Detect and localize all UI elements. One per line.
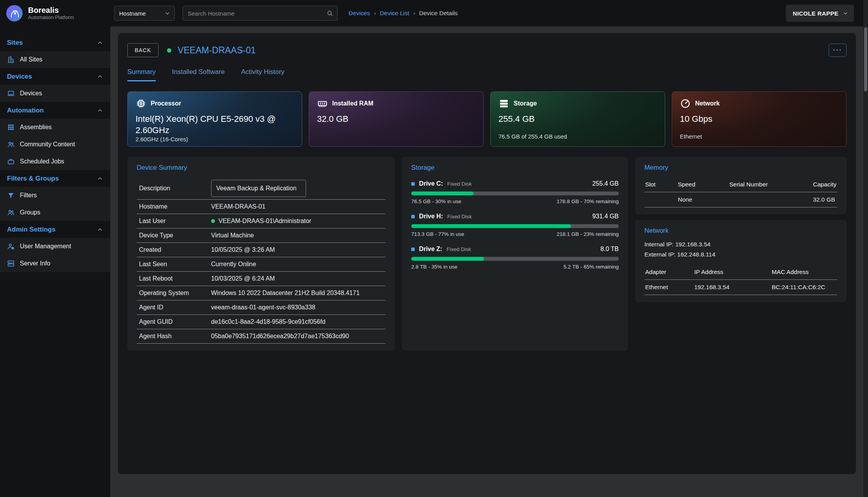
sidebar-section-devices[interactable]: Devices xyxy=(0,68,110,85)
search-input[interactable] xyxy=(188,10,326,17)
drive-usage-bar xyxy=(411,224,619,228)
row-value: veeam-draas-01-agent-svc-8930a338 xyxy=(211,304,315,311)
section-label: Automation xyxy=(7,107,44,114)
breadcrumb-link-device-list[interactable]: Device List xyxy=(380,10,409,17)
sidebar-item-assemblies[interactable]: Assemblies xyxy=(0,119,110,136)
storage-card: Storage Drive C: Fixed Disk 255.4 GB xyxy=(402,157,628,351)
sidebar-item-community-content[interactable]: Community Content xyxy=(0,136,110,153)
drive-bullet-icon xyxy=(411,215,415,218)
drive-bullet-icon xyxy=(411,248,415,251)
row-label: Hostname xyxy=(139,203,211,210)
column-header: Adapter xyxy=(645,269,694,276)
scrollbar-thumb[interactable] xyxy=(864,27,867,91)
sidebar-item-user-management[interactable]: User Management xyxy=(0,238,110,255)
drive-name: Drive Z: xyxy=(419,246,442,253)
drive-remaining-label: 218.1 GB - 23% remaining xyxy=(557,231,619,237)
sidebar-section-sites[interactable]: Sites xyxy=(0,34,110,51)
summary-row-created: Created 10/05/2025 @ 3:26 AM xyxy=(137,243,386,257)
scrollbar[interactable] xyxy=(863,0,868,497)
row-label: Last Seen xyxy=(139,261,211,268)
device-title: VEEAM-DRAAS-01 xyxy=(178,45,256,56)
drive-remaining-label: 178.8 GB - 70% remaining xyxy=(557,198,619,204)
tab-summary[interactable]: Summary xyxy=(127,68,156,81)
more-options-button[interactable]: ··· xyxy=(829,44,847,57)
status-dot xyxy=(167,48,171,53)
tab-activity-history[interactable]: Activity History xyxy=(241,68,284,81)
sidebar-section-filters-groups[interactable]: Filters & Groups xyxy=(0,170,110,187)
row-label: Last Reboot xyxy=(139,275,211,282)
sidebar-section-admin-settings[interactable]: Admin Settings xyxy=(0,221,110,238)
sidebar-section-automation[interactable]: Automation xyxy=(0,102,110,119)
stat-card-network: Network 10 Gbps Ethernet xyxy=(672,91,847,147)
summary-row-hostname: Hostname VEEAM-DRAAS-01 xyxy=(137,200,386,214)
drives-icon xyxy=(498,98,509,109)
sidebar-item-server-info[interactable]: Server Info xyxy=(0,255,110,272)
cpu-icon xyxy=(136,98,146,109)
hostname-select-value: Hostname xyxy=(119,10,146,17)
row-label: Agent GUID xyxy=(139,318,211,325)
row-label: Description xyxy=(139,185,211,192)
sidebar-item-all-sites[interactable]: All Sites xyxy=(0,51,110,68)
network-table: Adapter IP Address MAC Address Ethernet … xyxy=(644,265,837,295)
row-value: VEEAM-DRAAS-01 xyxy=(211,203,266,210)
drive-type: Fixed Disk xyxy=(447,246,471,252)
summary-row-device-type: Device Type Virtual Machine xyxy=(137,228,386,243)
sidebar-item-label: User Management xyxy=(20,243,71,250)
tab-bar: Summary Installed Software Activity Hist… xyxy=(127,68,847,81)
grid-icon xyxy=(7,123,15,131)
row-value: Currently Online xyxy=(211,261,256,268)
drive-bullet-icon xyxy=(411,182,415,186)
drive-usage-fill xyxy=(411,191,474,195)
stat-card-ram: Installed RAM 32.0 GB xyxy=(309,91,484,147)
app-root: Borealis Automation Platform Hostname De… xyxy=(0,0,868,497)
chevron-up-icon xyxy=(97,107,103,114)
brand-logo[interactable] xyxy=(5,4,23,22)
sidebar-item-devices[interactable]: Devices xyxy=(0,85,110,102)
drive-list: Drive C: Fixed Disk 255.4 GB 76.5 GB - 3… xyxy=(411,180,619,270)
stat-cards-row: Processor Intel(R) Xeon(R) CPU E5-2690 v… xyxy=(127,91,847,147)
summary-row-operating-system: Operating System Windows 10 2022 Datacen… xyxy=(137,286,386,300)
user-menu-button[interactable]: NICOLE RAPPE xyxy=(786,5,854,22)
section-label: Devices xyxy=(7,73,32,81)
column-header: IP Address xyxy=(694,269,772,276)
row-value: Windows 10 2022 Datacenter 21H2 Build 20… xyxy=(211,290,360,297)
stat-card-processor: Processor Intel(R) Xeon(R) CPU E5-2690 v… xyxy=(127,91,302,147)
chevron-up-icon xyxy=(97,176,103,182)
cell-slot xyxy=(645,196,678,203)
tab-installed-software[interactable]: Installed Software xyxy=(172,68,225,81)
drive-usage-fill xyxy=(411,257,484,261)
drive-row-z: Drive Z: Fixed Disk 8.0 TB 2.8 TB - 35% … xyxy=(411,246,619,270)
stat-title: Processor xyxy=(151,100,181,107)
drive-usage-bar xyxy=(411,191,619,195)
sidebar-item-label: Assemblies xyxy=(20,124,52,131)
section-label: Filters & Groups xyxy=(7,175,59,183)
description-input[interactable] xyxy=(211,180,306,197)
breadcrumb-link-devices[interactable]: Devices xyxy=(349,10,370,17)
card-title: Device Summary xyxy=(137,164,386,172)
network-ip-block: Internal IP: 192.168.3.54 External IP: 1… xyxy=(644,239,837,259)
more-options-icon: ··· xyxy=(833,46,842,54)
row-value: VEEAM-DRAAS-01\Administrator xyxy=(218,218,311,225)
column-header: Capacity xyxy=(813,181,836,188)
card-title: Network xyxy=(644,227,837,235)
chevron-up-icon xyxy=(97,74,103,80)
hostname-select[interactable]: Hostname xyxy=(114,6,175,21)
sidebar-item-scheduled-jobs[interactable]: Scheduled Jobs xyxy=(0,153,110,170)
user-menu-label: NICOLE RAPPE xyxy=(793,10,838,17)
drive-size: 255.4 GB xyxy=(592,180,619,187)
row-label: Device Type xyxy=(139,232,211,239)
sidebar-item-groups[interactable]: Groups xyxy=(0,204,110,221)
row-value: 10/03/2025 @ 6:24 AM xyxy=(211,275,275,282)
cell-mac: BC:24:11:CA:C6:2C xyxy=(772,284,836,291)
summary-row-agent-guid: Agent GUID de16c0c1-8aa2-4d18-9585-9ce91… xyxy=(137,315,386,329)
breadcrumb-separator: › xyxy=(374,10,376,17)
stat-subtitle: 2.60GHz (16-Cores) xyxy=(136,136,294,143)
card-title: Storage xyxy=(411,164,619,172)
sidebar-item-filters[interactable]: Filters xyxy=(0,187,110,204)
right-column: Memory Slot Speed Serial Number Capacity… xyxy=(635,157,847,302)
cell-adapter: Ethernet xyxy=(645,284,694,291)
cell-speed: None xyxy=(678,196,729,203)
row-label: Operating System xyxy=(139,290,211,297)
back-button[interactable]: BACK xyxy=(127,43,158,57)
row-value: 10/05/2025 @ 3:26 AM xyxy=(211,246,275,253)
